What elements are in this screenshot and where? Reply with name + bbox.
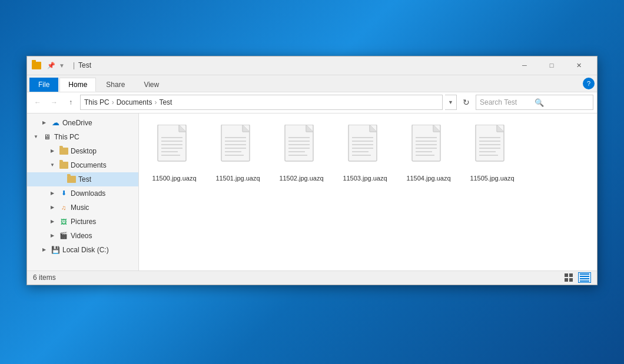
ribbon-tabs: File Home Share View ?: [27, 75, 597, 92]
breadcrumb-documents[interactable]: Documents: [117, 98, 152, 106]
file-icon-svg: [473, 125, 511, 172]
forward-button[interactable]: →: [47, 95, 61, 109]
file-name: 11500.jpg.uazq: [152, 174, 196, 182]
title-separator: |: [73, 61, 75, 69]
expand-this-pc[interactable]: [32, 133, 40, 141]
search-icon[interactable]: 🔍: [535, 98, 589, 107]
window-title: Test: [78, 61, 511, 69]
file-item[interactable]: 11505.jpg.uazq: [463, 119, 522, 185]
expand-music[interactable]: [48, 203, 57, 212]
view-medium-icons[interactable]: [563, 272, 576, 283]
ribbon: File Home Share View ?: [27, 75, 597, 92]
breadcrumb-test[interactable]: Test: [159, 98, 172, 106]
file-icon-svg: [283, 125, 320, 172]
sidebar-label-this-pc: This PC: [54, 133, 79, 141]
explorer-window: 📌 ▼ | Test ─ □ ✕ File Home Share View ? …: [26, 56, 598, 285]
sidebar-item-downloads[interactable]: ⬇ Downloads: [27, 186, 138, 201]
sep2: ›: [154, 98, 157, 106]
file-item[interactable]: 11501.jpg.uazq: [208, 119, 267, 185]
breadcrumb-this-pc[interactable]: This PC: [84, 98, 109, 106]
back-button[interactable]: ←: [31, 95, 45, 109]
file-item[interactable]: 11502.jpg.uazq: [272, 119, 331, 185]
quick-access-pin[interactable]: 📌: [47, 62, 55, 69]
sidebar-label-pictures: Pictures: [71, 218, 96, 226]
svg-rect-48: [580, 278, 589, 279]
sidebar-label-videos: Videos: [71, 232, 92, 240]
file-area: 11500.jpg.uazq 11501.jpg.uazq: [139, 113, 597, 271]
svg-rect-47: [580, 276, 589, 277]
expand-desktop[interactable]: [48, 147, 57, 155]
expand-videos[interactable]: [48, 232, 57, 240]
close-button[interactable]: ✕: [565, 56, 592, 75]
tab-file[interactable]: File: [29, 78, 58, 92]
minimize-button[interactable]: ─: [511, 56, 538, 75]
sidebar-label-test: Test: [78, 175, 91, 183]
svg-rect-45: [569, 278, 573, 282]
desktop-folder-icon: [59, 146, 68, 156]
expand-test: [57, 175, 65, 183]
tab-home[interactable]: Home: [59, 78, 96, 92]
svg-rect-44: [565, 278, 568, 282]
expand-documents[interactable]: [48, 161, 57, 169]
sidebar-label-onedrive: OneDrive: [62, 119, 92, 127]
sidebar-item-onedrive[interactable]: ☁ OneDrive: [27, 116, 138, 130]
pc-icon: 🖥: [42, 132, 52, 142]
quick-access-arrow[interactable]: ▼: [59, 62, 65, 69]
expand-downloads[interactable]: [48, 189, 57, 198]
sidebar-label-music: Music: [71, 203, 89, 212]
sidebar-item-music[interactable]: ♫ Music: [27, 201, 138, 215]
expand-onedrive[interactable]: [40, 119, 48, 127]
sidebar-item-test[interactable]: Test: [27, 172, 138, 186]
file-item[interactable]: 11500.jpg.uazq: [145, 119, 204, 185]
sidebar-item-pictures[interactable]: 🖼 Pictures: [27, 215, 138, 229]
main-area: ☁ OneDrive 🖥 This PC Desktop Documents: [27, 113, 597, 271]
sidebar-item-documents[interactable]: Documents: [27, 158, 138, 172]
item-count: 6 items: [33, 273, 56, 282]
expand-local-disk[interactable]: [40, 246, 48, 254]
disk-icon: 💾: [51, 245, 60, 255]
documents-folder-icon: [59, 161, 68, 170]
sidebar-label-desktop: Desktop: [71, 147, 97, 155]
window-controls: ─ □ ✕: [511, 56, 592, 75]
videos-icon: 🎬: [59, 231, 68, 241]
file-icon-svg: [346, 125, 384, 172]
file-icon-svg: [410, 125, 447, 172]
address-chevron[interactable]: ▼: [445, 95, 457, 110]
sep1: ›: [112, 98, 114, 106]
up-button[interactable]: ↑: [64, 95, 78, 109]
sidebar-item-videos[interactable]: 🎬 Videos: [27, 229, 138, 243]
maximize-button[interactable]: □: [538, 56, 565, 75]
sidebar-item-desktop[interactable]: Desktop: [27, 144, 138, 158]
file-icon-svg: [219, 125, 257, 172]
view-details[interactable]: [578, 272, 591, 283]
svg-rect-49: [580, 280, 589, 282]
title-bar-icons: 📌 ▼: [32, 62, 65, 69]
search-placeholder: Search Test: [480, 98, 535, 106]
sidebar-label-documents: Documents: [71, 161, 107, 169]
downloads-icon: ⬇: [59, 189, 68, 198]
tab-view[interactable]: View: [135, 78, 168, 92]
address-path[interactable]: This PC › Documents › Test: [80, 95, 443, 110]
file-item[interactable]: 11503.jpg.uazq: [336, 119, 394, 185]
music-icon: ♫: [59, 203, 68, 212]
sidebar-item-this-pc[interactable]: 🖥 This PC: [27, 130, 138, 144]
sidebar-item-local-disk[interactable]: 💾 Local Disk (C:): [27, 243, 138, 257]
help-button[interactable]: ?: [583, 78, 595, 89]
status-bar: 6 items: [27, 271, 597, 285]
window-folder-icon: [32, 62, 41, 69]
title-bar: 📌 ▼ | Test ─ □ ✕: [27, 56, 597, 75]
address-bar: ← → ↑ This PC › Documents › Test ▼ ↻ Sea…: [27, 92, 597, 113]
search-box[interactable]: Search Test 🔍: [476, 95, 593, 110]
pictures-icon: 🖼: [59, 217, 68, 226]
tab-share[interactable]: Share: [97, 78, 134, 92]
refresh-button[interactable]: ↻: [459, 95, 473, 109]
expand-pictures[interactable]: [48, 218, 57, 226]
svg-rect-42: [565, 273, 568, 277]
file-name: 11505.jpg.uazq: [470, 174, 514, 182]
sidebar: ☁ OneDrive 🖥 This PC Desktop Documents: [27, 113, 139, 271]
file-name: 11502.jpg.uazq: [279, 174, 323, 182]
file-item[interactable]: 11504.jpg.uazq: [399, 119, 458, 185]
file-name: 11501.jpg.uazq: [215, 174, 260, 182]
file-name: 11503.jpg.uazq: [343, 174, 387, 182]
file-icon-svg: [155, 125, 193, 172]
